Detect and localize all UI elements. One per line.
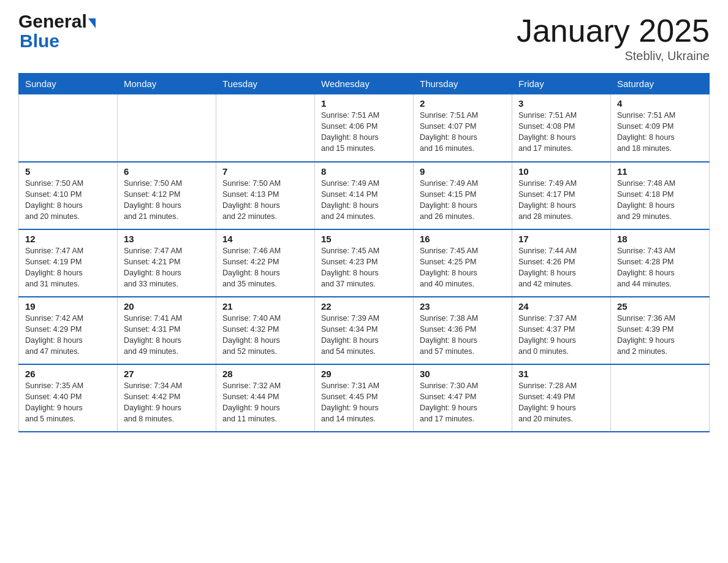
day-number: 18 (617, 234, 703, 244)
calendar-cell: 25Sunrise: 7:36 AM Sunset: 4:39 PM Dayli… (611, 297, 710, 364)
day-info: Sunrise: 7:46 AM Sunset: 4:22 PM Dayligh… (222, 245, 308, 290)
calendar-cell: 28Sunrise: 7:32 AM Sunset: 4:44 PM Dayli… (216, 364, 315, 432)
calendar-cell: 6Sunrise: 7:50 AM Sunset: 4:12 PM Daylig… (118, 162, 216, 229)
calendar-cell: 22Sunrise: 7:39 AM Sunset: 4:34 PM Dayli… (315, 297, 414, 364)
day-number: 11 (617, 166, 703, 177)
day-number: 25 (617, 301, 703, 312)
page-title: January 2025 (517, 12, 710, 49)
day-number: 24 (518, 301, 604, 312)
day-number: 28 (222, 369, 308, 379)
day-number: 7 (222, 166, 308, 177)
day-info: Sunrise: 7:41 AM Sunset: 4:31 PM Dayligh… (124, 313, 210, 358)
logo-text-general: General (18, 11, 87, 31)
weekday-header-saturday: Saturday (611, 74, 710, 94)
weekday-header-tuesday: Tuesday (216, 74, 315, 94)
day-info: Sunrise: 7:51 AM Sunset: 4:08 PM Dayligh… (518, 110, 604, 155)
weekday-header-thursday: Thursday (414, 74, 512, 94)
calendar-cell: 20Sunrise: 7:41 AM Sunset: 4:31 PM Dayli… (118, 297, 216, 364)
calendar-cell: 24Sunrise: 7:37 AM Sunset: 4:37 PM Dayli… (512, 297, 611, 364)
weekday-header-monday: Monday (118, 74, 216, 94)
day-number: 5 (25, 166, 111, 177)
day-info: Sunrise: 7:50 AM Sunset: 4:12 PM Dayligh… (124, 178, 210, 223)
week-row-2: 12Sunrise: 7:47 AM Sunset: 4:19 PM Dayli… (19, 229, 710, 297)
calendar-cell: 11Sunrise: 7:48 AM Sunset: 4:18 PM Dayli… (611, 162, 710, 229)
calendar-cell: 12Sunrise: 7:47 AM Sunset: 4:19 PM Dayli… (19, 229, 118, 297)
calendar-cell: 3Sunrise: 7:51 AM Sunset: 4:08 PM Daylig… (512, 94, 611, 162)
calendar-cell (118, 94, 216, 162)
calendar-cell (19, 94, 118, 162)
day-info: Sunrise: 7:47 AM Sunset: 4:21 PM Dayligh… (124, 245, 210, 290)
calendar-cell: 26Sunrise: 7:35 AM Sunset: 4:40 PM Dayli… (19, 364, 118, 432)
day-info: Sunrise: 7:48 AM Sunset: 4:18 PM Dayligh… (617, 178, 703, 223)
calendar-cell (216, 94, 315, 162)
calendar-cell: 30Sunrise: 7:30 AM Sunset: 4:47 PM Dayli… (414, 364, 512, 432)
logo-triangle-icon (88, 18, 96, 28)
day-number: 29 (321, 369, 407, 379)
calendar-cell: 4Sunrise: 7:51 AM Sunset: 4:09 PM Daylig… (611, 94, 710, 162)
day-info: Sunrise: 7:47 AM Sunset: 4:19 PM Dayligh… (25, 245, 111, 290)
calendar-cell: 31Sunrise: 7:28 AM Sunset: 4:49 PM Dayli… (512, 364, 611, 432)
calendar-cell: 17Sunrise: 7:44 AM Sunset: 4:26 PM Dayli… (512, 229, 611, 297)
week-row-3: 19Sunrise: 7:42 AM Sunset: 4:29 PM Dayli… (19, 297, 710, 364)
day-info: Sunrise: 7:51 AM Sunset: 4:06 PM Dayligh… (321, 110, 407, 155)
calendar-cell: 27Sunrise: 7:34 AM Sunset: 4:42 PM Dayli… (118, 364, 216, 432)
calendar-cell: 13Sunrise: 7:47 AM Sunset: 4:21 PM Dayli… (118, 229, 216, 297)
day-info: Sunrise: 7:49 AM Sunset: 4:15 PM Dayligh… (420, 178, 506, 223)
day-info: Sunrise: 7:50 AM Sunset: 4:10 PM Dayligh… (25, 178, 111, 223)
day-number: 6 (124, 166, 210, 177)
calendar-cell: 14Sunrise: 7:46 AM Sunset: 4:22 PM Dayli… (216, 229, 315, 297)
calendar-cell: 23Sunrise: 7:38 AM Sunset: 4:36 PM Dayli… (414, 297, 512, 364)
day-number: 2 (420, 98, 506, 109)
week-row-1: 5Sunrise: 7:50 AM Sunset: 4:10 PM Daylig… (19, 162, 710, 229)
day-number: 4 (617, 98, 703, 109)
calendar-cell: 5Sunrise: 7:50 AM Sunset: 4:10 PM Daylig… (19, 162, 118, 229)
day-info: Sunrise: 7:43 AM Sunset: 4:28 PM Dayligh… (617, 245, 703, 290)
day-info: Sunrise: 7:38 AM Sunset: 4:36 PM Dayligh… (420, 313, 506, 358)
day-number: 3 (518, 98, 604, 109)
day-number: 21 (222, 301, 308, 312)
day-number: 16 (420, 234, 506, 244)
calendar-cell: 29Sunrise: 7:31 AM Sunset: 4:45 PM Dayli… (315, 364, 414, 432)
calendar-table: SundayMondayTuesdayWednesdayThursdayFrid… (18, 73, 710, 432)
day-number: 20 (124, 301, 210, 312)
day-number: 19 (25, 301, 111, 312)
day-number: 23 (420, 301, 506, 312)
weekday-header-row: SundayMondayTuesdayWednesdayThursdayFrid… (19, 74, 710, 94)
day-number: 15 (321, 234, 407, 244)
day-number: 14 (222, 234, 308, 244)
day-number: 31 (518, 369, 604, 379)
calendar-cell: 10Sunrise: 7:49 AM Sunset: 4:17 PM Dayli… (512, 162, 611, 229)
calendar-cell (611, 364, 710, 432)
calendar-header: SundayMondayTuesdayWednesdayThursdayFrid… (19, 74, 710, 94)
calendar-body: 1Sunrise: 7:51 AM Sunset: 4:06 PM Daylig… (19, 94, 710, 432)
day-info: Sunrise: 7:28 AM Sunset: 4:49 PM Dayligh… (518, 380, 604, 425)
day-info: Sunrise: 7:42 AM Sunset: 4:29 PM Dayligh… (25, 313, 111, 358)
logo-text-blue: Blue (18, 32, 96, 50)
day-number: 17 (518, 234, 604, 244)
day-number: 13 (124, 234, 210, 244)
calendar-cell: 19Sunrise: 7:42 AM Sunset: 4:29 PM Dayli… (19, 297, 118, 364)
logo-container: General Blue (18, 12, 96, 50)
day-info: Sunrise: 7:44 AM Sunset: 4:26 PM Dayligh… (518, 245, 604, 290)
day-info: Sunrise: 7:35 AM Sunset: 4:40 PM Dayligh… (25, 380, 111, 425)
calendar-cell: 7Sunrise: 7:50 AM Sunset: 4:13 PM Daylig… (216, 162, 315, 229)
week-row-0: 1Sunrise: 7:51 AM Sunset: 4:06 PM Daylig… (19, 94, 710, 162)
day-number: 30 (420, 369, 506, 379)
day-number: 9 (420, 166, 506, 177)
page-subtitle: Stebliv, Ukraine (517, 49, 710, 63)
day-number: 10 (518, 166, 604, 177)
weekday-header-friday: Friday (512, 74, 611, 94)
calendar-cell: 9Sunrise: 7:49 AM Sunset: 4:15 PM Daylig… (414, 162, 512, 229)
calendar-cell: 8Sunrise: 7:49 AM Sunset: 4:14 PM Daylig… (315, 162, 414, 229)
day-info: Sunrise: 7:45 AM Sunset: 4:23 PM Dayligh… (321, 245, 407, 290)
week-row-4: 26Sunrise: 7:35 AM Sunset: 4:40 PM Dayli… (19, 364, 710, 432)
calendar-cell: 1Sunrise: 7:51 AM Sunset: 4:06 PM Daylig… (315, 94, 414, 162)
day-number: 1 (321, 98, 407, 109)
calendar-cell: 15Sunrise: 7:45 AM Sunset: 4:23 PM Dayli… (315, 229, 414, 297)
day-info: Sunrise: 7:51 AM Sunset: 4:07 PM Dayligh… (420, 110, 506, 155)
day-info: Sunrise: 7:40 AM Sunset: 4:32 PM Dayligh… (222, 313, 308, 358)
day-info: Sunrise: 7:50 AM Sunset: 4:13 PM Dayligh… (222, 178, 308, 223)
calendar-cell: 21Sunrise: 7:40 AM Sunset: 4:32 PM Dayli… (216, 297, 315, 364)
day-number: 12 (25, 234, 111, 244)
calendar-cell: 18Sunrise: 7:43 AM Sunset: 4:28 PM Dayli… (611, 229, 710, 297)
